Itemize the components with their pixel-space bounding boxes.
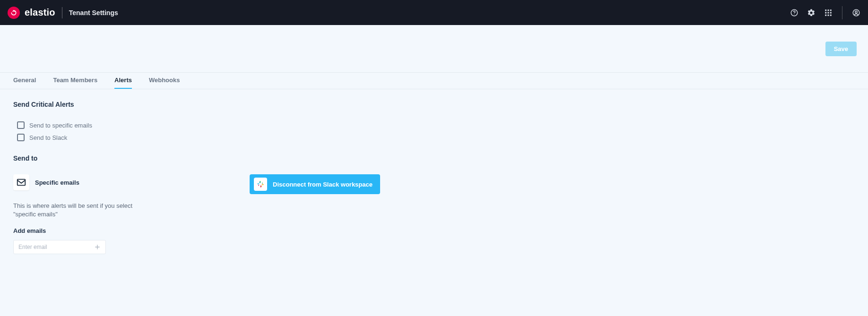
- svg-rect-13: [17, 179, 26, 186]
- svg-point-20: [262, 183, 263, 184]
- svg-point-21: [259, 182, 260, 183]
- svg-point-19: [261, 186, 262, 187]
- mail-icon: [13, 174, 29, 190]
- svg-rect-6: [828, 12, 829, 13]
- specific-emails-label: Specific emails: [35, 179, 79, 186]
- specific-emails-card: Specific emails: [13, 174, 79, 190]
- slack-block: Disconnect from Slack workspace: [250, 174, 380, 194]
- settings-tabs: General Team Members Alerts Webhooks: [0, 72, 868, 89]
- gear-icon[interactable]: [807, 9, 816, 17]
- specific-emails-block: Specific emails This is where alerts wil…: [13, 174, 136, 254]
- send-to-row: Specific emails This is where alerts wil…: [13, 174, 855, 254]
- send-to-title: Send to: [13, 154, 855, 162]
- brand-logo-icon: [8, 7, 20, 19]
- checkbox-emails-label: Send to specific emails: [29, 122, 92, 129]
- brand-name: elastio: [25, 7, 55, 18]
- svg-point-12: [855, 11, 858, 13]
- svg-rect-7: [830, 12, 832, 13]
- section-title: Send Critical Alerts: [13, 101, 855, 108]
- alerts-section: Send Critical Alerts Send to specific em…: [0, 89, 868, 254]
- disconnect-slack-button[interactable]: Disconnect from Slack workspace: [250, 174, 380, 194]
- svg-rect-5: [825, 12, 826, 13]
- add-email-button[interactable]: [93, 243, 102, 251]
- svg-rect-10: [830, 14, 832, 16]
- content-area: Save General Team Members Alerts Webhook…: [0, 25, 868, 265]
- header-actions: [790, 6, 860, 19]
- svg-rect-2: [825, 9, 826, 11]
- header-divider: [62, 7, 62, 18]
- slack-icon: [254, 178, 267, 191]
- specific-emails-description: This is where alerts will be sent if you…: [13, 202, 136, 219]
- email-input-row: [13, 240, 106, 254]
- add-emails-title: Add emails: [13, 227, 136, 234]
- toolbar: Save: [0, 25, 868, 72]
- svg-rect-3: [828, 9, 829, 11]
- brand: elastio: [8, 7, 55, 19]
- user-icon[interactable]: [852, 9, 860, 17]
- svg-rect-14: [257, 183, 259, 184]
- page-title: Tenant Settings: [69, 9, 118, 17]
- alert-destination-checkboxes: Send to specific emails Send to Slack: [13, 121, 855, 141]
- header-separator: [842, 6, 842, 19]
- svg-rect-16: [262, 184, 264, 185]
- svg-rect-8: [825, 14, 826, 16]
- svg-rect-4: [830, 9, 832, 11]
- app-header: elastio Tenant Settings: [0, 0, 868, 25]
- apps-grid-icon[interactable]: [824, 9, 833, 17]
- tab-general[interactable]: General: [13, 73, 36, 89]
- help-icon[interactable]: [790, 9, 799, 17]
- checkbox-emails[interactable]: [17, 121, 25, 129]
- checkbox-slack[interactable]: [17, 134, 25, 141]
- checkbox-row-slack: Send to Slack: [13, 134, 855, 141]
- tab-alerts[interactable]: Alerts: [114, 73, 132, 89]
- checkbox-slack-label: Send to Slack: [29, 134, 67, 141]
- disconnect-slack-label: Disconnect from Slack workspace: [273, 181, 373, 188]
- svg-point-1: [794, 14, 794, 15]
- tab-webhooks[interactable]: Webhooks: [149, 73, 180, 89]
- svg-point-18: [258, 185, 259, 186]
- email-input[interactable]: [18, 244, 93, 250]
- checkbox-row-emails: Send to specific emails: [13, 121, 855, 129]
- save-button[interactable]: Save: [825, 42, 857, 56]
- svg-rect-9: [828, 14, 829, 16]
- tab-team-members[interactable]: Team Members: [53, 73, 97, 89]
